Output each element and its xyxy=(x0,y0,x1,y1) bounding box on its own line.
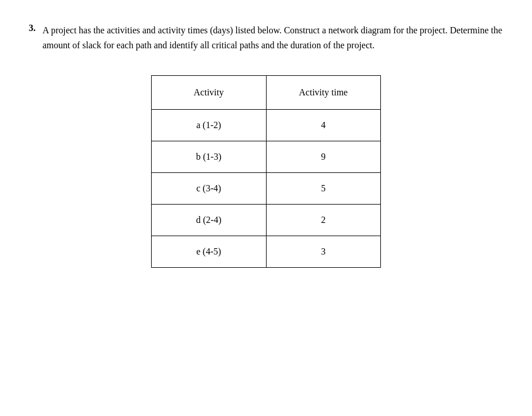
table-cell-activity: c (3-4) xyxy=(152,173,267,205)
table-row: e (4-5)3 xyxy=(152,236,381,268)
table-cell-time: 9 xyxy=(266,141,381,173)
table-cell-activity: e (4-5) xyxy=(152,236,267,268)
header-activity-time: Activity time xyxy=(266,76,381,110)
table-cell-activity: a (1-2) xyxy=(152,110,267,141)
table-row: a (1-2)4 xyxy=(152,110,381,141)
table-row: b (1-3)9 xyxy=(152,141,381,173)
header-activity: Activity xyxy=(152,76,267,110)
table-cell-time: 3 xyxy=(266,236,381,268)
question-number: 3. xyxy=(29,23,36,52)
activity-table: Activity Activity time a (1-2)4b (1-3)9c… xyxy=(151,75,381,268)
question-text: A project has the activities and activit… xyxy=(43,23,503,52)
table-cell-time: 4 xyxy=(266,110,381,141)
table-cell-activity: d (2-4) xyxy=(152,205,267,236)
question-container: 3. A project has the activities and acti… xyxy=(29,23,503,52)
table-row: c (3-4)5 xyxy=(152,173,381,205)
table-cell-time: 2 xyxy=(266,205,381,236)
table-row: d (2-4)2 xyxy=(152,205,381,236)
table-cell-activity: b (1-3) xyxy=(152,141,267,173)
table-wrapper: Activity Activity time a (1-2)4b (1-3)9c… xyxy=(29,75,503,268)
table-header-row: Activity Activity time xyxy=(152,76,381,110)
table-cell-time: 5 xyxy=(266,173,381,205)
